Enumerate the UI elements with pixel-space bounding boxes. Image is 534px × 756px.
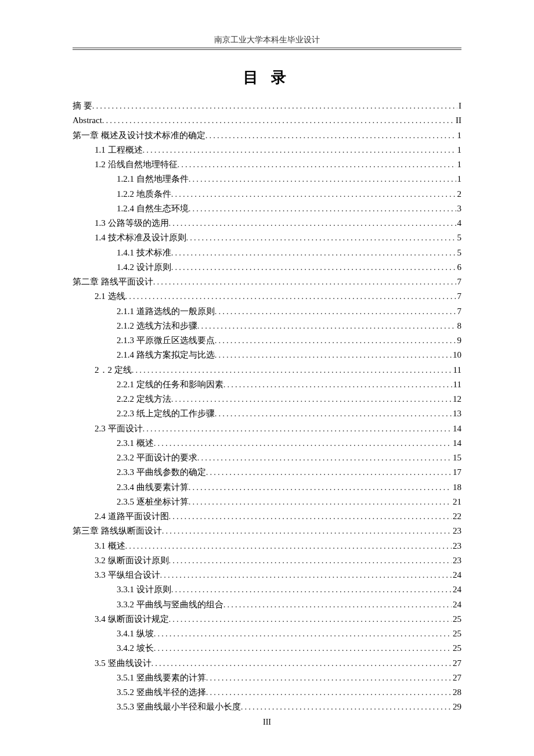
toc-entry: 2.3.2 平面设计的要求 15	[73, 451, 461, 465]
toc-entry: 3.4.2 坡长 25	[73, 642, 461, 655]
toc-entry-text: 2.1.4 路线方案拟定与比选	[117, 348, 215, 362]
toc-entry-text: Abstract	[73, 114, 102, 127]
toc-entry-page: 23	[452, 554, 461, 567]
toc-entry-page: 13	[452, 407, 461, 420]
toc-leader-dots	[206, 671, 452, 685]
toc-entry: 1.2.2 地质条件 2	[73, 188, 461, 201]
toc-entry-page: 4	[456, 217, 462, 230]
toc-entry-page: 1	[456, 129, 462, 142]
toc-entry-page: 11	[452, 363, 461, 377]
toc-entry-page: 24	[452, 568, 461, 582]
toc-leader-dots	[143, 143, 456, 157]
toc-entry-text: 1.2.1 自然地理条件	[117, 172, 189, 186]
toc-entry: 2.1 选线7	[73, 290, 461, 303]
toc-entry-page: 7	[456, 305, 462, 318]
toc-entry: 1.3 公路等级的选用4	[73, 217, 461, 230]
toc-entry-text: 2.1.2 选线方法和步骤	[117, 319, 197, 333]
toc-entry-text: 第三章 路线纵断面设计	[73, 524, 162, 538]
toc-entry: 第一章 概述及设计技术标准的确定1	[73, 129, 461, 142]
toc-entry-page: 27	[452, 671, 461, 685]
header-rule-1	[73, 48, 461, 48]
toc-leader-dots	[171, 583, 452, 596]
toc-leader-dots	[189, 202, 456, 215]
toc-entry: 3.1 概述23	[73, 539, 461, 553]
toc-entry-page: 6	[456, 261, 462, 274]
toc-entry-page: 10	[452, 348, 461, 362]
toc-leader-dots	[169, 554, 452, 567]
toc-leader-dots	[151, 657, 452, 670]
toc-entry: 3.4.1 纵坡 25	[73, 627, 461, 640]
toc-entry-page: 11	[452, 378, 461, 391]
toc-entry: 第三章 路线纵断面设计23	[73, 524, 461, 538]
toc-entry-text: 3.5.1 竖曲线要素的计算	[117, 671, 206, 685]
toc-entry: 3.4 纵断面设计规定25	[73, 613, 461, 626]
toc-entry: 1.2.4 自然生态环境 3	[73, 202, 461, 215]
toc-entry-page: 15	[452, 451, 461, 465]
toc-entry-page: 14	[452, 422, 461, 435]
toc-entry: 3.5.1 竖曲线要素的计算 27	[73, 671, 461, 685]
toc-leader-dots	[171, 246, 456, 260]
toc-entry-text: 1.4.2 设计原则	[117, 261, 171, 274]
toc-entry: 2.3 平面设计14	[73, 422, 461, 435]
toc-entry-text: 3.5.3 竖曲线最小半径和最小长度	[117, 700, 241, 714]
toc-entry-text: 2.3 平面设计	[95, 422, 143, 435]
toc-entry: 1.4.1 技术标准 5	[73, 246, 461, 260]
toc-entry-text: 3.3.2 平曲线与竖曲线的组合	[117, 598, 223, 611]
toc-entry: 3.5 竖曲线设计27	[73, 657, 461, 670]
toc-entry: 2.2.2 定线方法 12	[73, 393, 461, 406]
toc-leader-dots	[125, 539, 452, 553]
toc-entry-text: 2.4 道路平面设计图	[95, 510, 169, 523]
toc-entry-text: 第二章 路线平面设计	[73, 275, 153, 289]
toc-entry-text: 2.1.1 道路选线的一般原则	[117, 305, 215, 318]
toc-entry-text: 1.2.4 自然生态环境	[117, 202, 189, 215]
toc-leader-dots	[171, 188, 456, 201]
toc-entry: 2.1.3 平原微丘区选线要点 9	[73, 334, 461, 347]
toc-title: 目 录	[73, 67, 461, 88]
toc-entry-page: 3	[456, 202, 462, 215]
toc-leader-dots	[169, 613, 452, 626]
toc-entry-text: 2．2 定线	[95, 363, 132, 377]
toc-entry: 3.3.2 平曲线与竖曲线的组合 24	[73, 598, 461, 611]
toc-leader-dots	[160, 568, 452, 582]
toc-leader-dots	[171, 261, 456, 274]
toc-leader-dots	[171, 393, 452, 406]
toc-entry-text: 3.1 概述	[95, 539, 125, 553]
toc-entry-text: 1.1 工程概述	[95, 143, 143, 157]
toc-leader-dots	[223, 378, 452, 391]
toc-leader-dots	[178, 158, 456, 171]
toc-leader-dots	[197, 319, 456, 333]
toc-entry-page: I	[457, 99, 461, 113]
toc-entry-text: 3.4.2 坡长	[117, 642, 154, 655]
toc-leader-dots	[206, 686, 452, 699]
toc-entry-page: 5	[456, 231, 462, 244]
toc-entry: 3.5.2 竖曲线半径的选择 28	[73, 686, 461, 699]
toc-entry: 2.2.1 定线的任务和影响因素 11	[73, 378, 461, 391]
toc-entry-text: 2.2.2 定线方法	[117, 393, 171, 406]
toc-entry-page: 21	[452, 495, 461, 509]
toc-entry: 2.2.3 纸上定线的工作步骤 13	[73, 407, 461, 420]
toc-leader-dots	[162, 524, 452, 538]
toc-leader-dots	[169, 217, 456, 230]
toc-entry-page: 22	[452, 510, 461, 523]
page-number: III	[0, 718, 534, 727]
toc-entry: 摘 要I	[73, 99, 461, 113]
toc-entry: 1.2 沿线自然地理特征1	[73, 158, 461, 171]
toc-entry: 1.4 技术标准及设计原则5	[73, 231, 461, 244]
toc-entry-page: 1	[456, 172, 462, 186]
toc-entry-page: 23	[452, 524, 461, 538]
toc-leader-dots	[215, 407, 452, 420]
toc-entry-text: 3.4 纵断面设计规定	[95, 613, 169, 626]
toc-entry-text: 3.3.1 设计原则	[117, 583, 171, 596]
toc-entry: 3.5.3 竖曲线最小半径和最小长度 29	[73, 700, 461, 714]
toc-leader-dots	[153, 275, 456, 289]
toc-leader-dots	[197, 451, 452, 465]
toc-entry-page: 25	[452, 642, 461, 655]
toc-entry: 2.3.4 曲线要素计算 18	[73, 481, 461, 494]
toc-leader-dots	[186, 231, 456, 244]
toc-entry-page: 28	[452, 686, 461, 699]
toc-leader-dots	[102, 114, 454, 127]
toc-leader-dots	[206, 466, 452, 479]
toc-entry-page: 8	[456, 319, 462, 333]
toc-entry-text: 1.3 公路等级的选用	[95, 217, 169, 230]
toc-entry-text: 摘 要	[73, 99, 92, 113]
